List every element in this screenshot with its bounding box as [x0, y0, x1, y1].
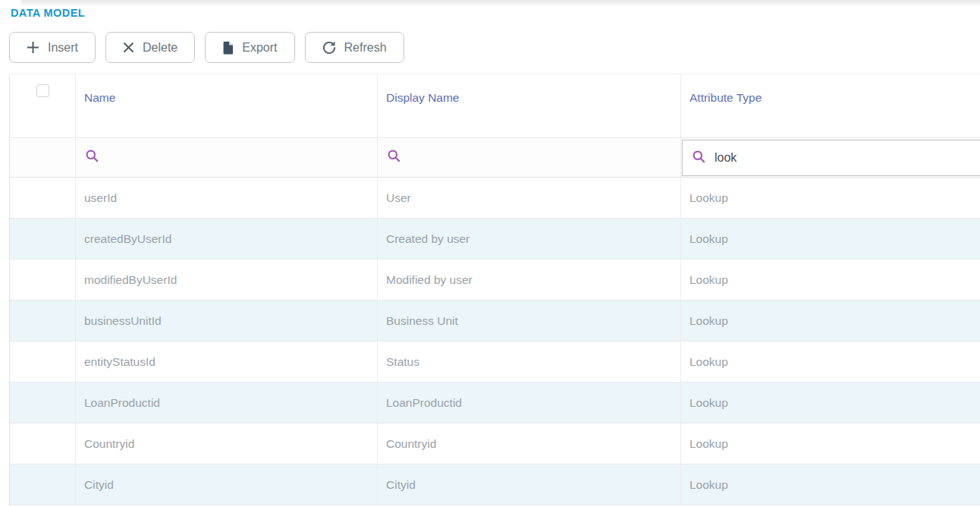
cell-attribute-type: Lookup	[681, 424, 980, 464]
select-all-checkbox[interactable]	[36, 84, 49, 97]
table-row[interactable]: LoanProductid LoanProductid Lookup	[10, 383, 980, 424]
cell-display-name: Business Unit	[378, 301, 681, 341]
refresh-icon	[322, 41, 336, 55]
select-all-cell	[10, 74, 76, 137]
cell-display-name: Status	[378, 342, 681, 382]
row-checkbox-cell	[10, 424, 76, 464]
cell-name: userId	[76, 178, 378, 218]
row-checkbox-cell	[10, 342, 76, 382]
cell-name: Cityid	[76, 464, 378, 505]
row-checkbox-cell	[10, 178, 76, 218]
row-checkbox-cell	[10, 219, 76, 259]
search-icon	[85, 149, 99, 166]
cell-display-name: User	[378, 178, 681, 218]
search-icon	[387, 149, 401, 166]
table-row[interactable]: entityStatusId Status Lookup	[10, 342, 980, 383]
column-header-attribute-type[interactable]: Attribute Type	[681, 74, 980, 137]
name-filter-cell	[76, 138, 378, 177]
cell-attribute-type: Lookup	[681, 383, 980, 423]
cell-display-name: Cityid	[378, 464, 681, 505]
cell-display-name: Countryid	[378, 424, 681, 464]
attribute-type-filter-input[interactable]	[715, 151, 980, 165]
toolbar: Insert Delete Export Refresh	[9, 32, 404, 63]
cell-name: LoanProductid	[76, 383, 378, 423]
cell-display-name: Modified by user	[378, 260, 681, 300]
cell-name: createdByUserId	[76, 219, 378, 259]
insert-button-label: Insert	[48, 41, 78, 55]
window-top-edge	[21, 0, 980, 5]
row-checkbox-cell	[10, 464, 76, 505]
data-model-table: Name Display Name Attribute Type userId …	[9, 74, 980, 505]
cell-display-name: LoanProductid	[378, 383, 681, 423]
cell-attribute-type: Lookup	[681, 219, 980, 259]
delete-button[interactable]: Delete	[105, 32, 195, 63]
x-icon	[123, 42, 134, 53]
page-title: DATA MODEL	[11, 7, 85, 19]
attribute-type-filter-cell	[681, 138, 980, 177]
row-checkbox-cell	[10, 301, 76, 341]
table-filter-row	[10, 138, 980, 178]
table-row[interactable]: createdByUserId Created by user Lookup	[10, 219, 980, 260]
table-body: userId User Lookup createdByUserId Creat…	[10, 178, 980, 505]
display-name-filter-input[interactable]	[410, 151, 680, 165]
cell-name: modifiedByUserId	[76, 260, 378, 300]
cell-attribute-type: Lookup	[681, 178, 980, 218]
table-header-row: Name Display Name Attribute Type	[10, 74, 980, 138]
export-button[interactable]: Export	[205, 32, 294, 63]
column-header-name[interactable]: Name	[76, 74, 378, 137]
attribute-type-filter-box	[682, 140, 980, 176]
row-checkbox-cell	[10, 260, 76, 300]
cell-display-name: Created by user	[378, 219, 681, 259]
document-icon	[222, 41, 234, 55]
cell-name: businessUnitId	[76, 301, 378, 341]
table-row[interactable]: modifiedByUserId Modified by user Lookup	[10, 260, 980, 301]
cell-name: entityStatusId	[76, 342, 378, 382]
export-button-label: Export	[242, 41, 277, 55]
table-row[interactable]: Countryid Countryid Lookup	[10, 424, 980, 464]
search-icon	[692, 150, 706, 167]
plus-icon	[27, 41, 39, 54]
cell-attribute-type: Lookup	[681, 260, 980, 300]
column-header-display-name[interactable]: Display Name	[378, 74, 681, 137]
table-row[interactable]: userId User Lookup	[10, 178, 980, 219]
name-filter-input[interactable]	[108, 151, 377, 165]
filter-empty-cell	[10, 138, 76, 177]
refresh-button-label: Refresh	[344, 41, 387, 55]
delete-button-label: Delete	[143, 41, 177, 55]
refresh-button[interactable]: Refresh	[305, 32, 404, 63]
cell-name: Countryid	[76, 424, 378, 464]
row-checkbox-cell	[10, 383, 76, 423]
table-row[interactable]: businessUnitId Business Unit Lookup	[10, 301, 980, 342]
cell-attribute-type: Lookup	[681, 464, 980, 505]
cell-attribute-type: Lookup	[681, 342, 980, 382]
insert-button[interactable]: Insert	[9, 32, 96, 63]
cell-attribute-type: Lookup	[681, 301, 980, 341]
display-name-filter-cell	[378, 138, 681, 177]
table-row[interactable]: Cityid Cityid Lookup	[10, 464, 980, 505]
